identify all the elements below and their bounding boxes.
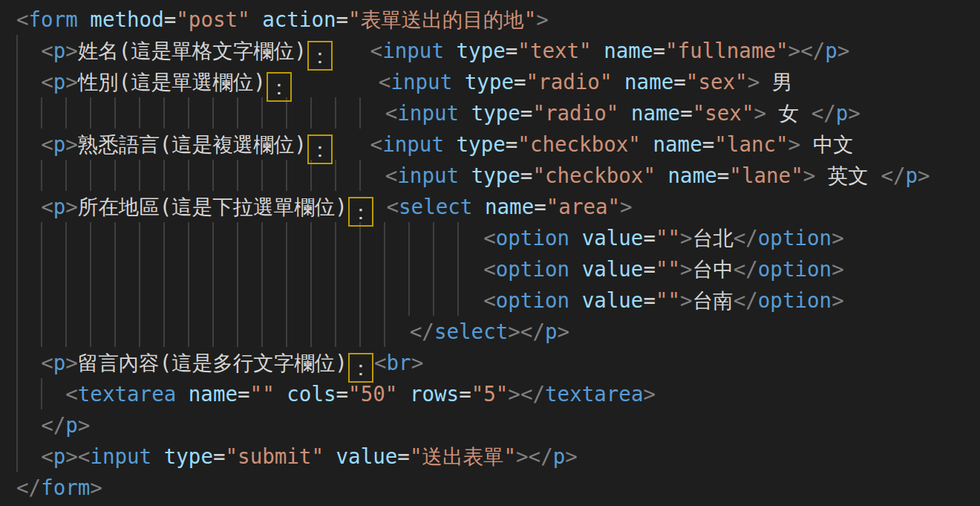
tag-token: p	[825, 39, 837, 62]
tag-token: textarea	[545, 382, 643, 406]
operator-token: =	[397, 444, 410, 468]
tag-token: option	[496, 288, 569, 312]
operator-token: =	[643, 288, 656, 312]
code-text: <form method="post" action="表單送出的目的地">	[16, 7, 549, 31]
tag-token: p	[553, 444, 566, 468]
operator-token: =	[520, 163, 533, 187]
code-text: <input type="radio" name="sex"> 女 </p>	[16, 101, 860, 125]
text-token: 台南	[693, 288, 734, 312]
whitespace	[569, 288, 582, 312]
whitespace	[16, 195, 41, 218]
delimiter-token: >	[565, 444, 578, 468]
code-text: <p>所在地區(這是下拉選單欄位)： <select name="area">	[16, 195, 633, 218]
whitespace	[641, 132, 653, 156]
delimiter-token: <	[41, 132, 53, 156]
tag-token: input	[382, 39, 444, 62]
code-line[interactable]: <p>所在地區(這是下拉選單欄位)： <select name="area">	[16, 191, 980, 222]
code-line[interactable]: <p>姓名(這是單格文字欄位)： <input type="text" name…	[16, 35, 980, 66]
tag-token: form	[29, 7, 78, 31]
text-token: 台北	[693, 226, 734, 250]
code-text: <textarea name="" cols="50" rows="5"></t…	[16, 382, 656, 406]
code-line[interactable]: <option value="">台中</option>	[16, 253, 980, 285]
code-text: </select></p>	[16, 320, 569, 343]
whitespace	[459, 101, 471, 125]
string-token: "sex"	[693, 101, 754, 125]
delimiter-token: <	[385, 101, 398, 125]
delimiter-token: >	[620, 195, 633, 218]
code-line[interactable]: <option value="">台南</option>	[16, 285, 980, 316]
code-text: <option value="">台中</option>	[16, 257, 844, 281]
operator-token: =	[336, 382, 349, 406]
code-editor[interactable]: <form method="post" action="表單送出的目的地"> <…	[0, 0, 980, 506]
attribute-token: name	[668, 163, 717, 187]
code-text: </form>	[16, 476, 102, 499]
tag-token: option	[758, 257, 832, 281]
string-token: "submit"	[226, 444, 324, 468]
delimiter-token: >	[832, 226, 844, 250]
whitespace	[16, 257, 483, 281]
whitespace	[374, 195, 387, 218]
string-token: "post"	[176, 7, 249, 31]
attribute-token: name	[189, 382, 238, 406]
attribute-token: value	[336, 444, 398, 468]
whitespace	[275, 382, 287, 406]
code-line[interactable]: <p><input type="submit" value="送出表單"></p…	[16, 441, 980, 472]
attribute-token: action	[262, 7, 336, 31]
tag-token: p	[53, 444, 66, 468]
code-line[interactable]: <p>性別(這是單選欄位)： <input type="radio" name=…	[16, 66, 980, 97]
attribute-token: type	[457, 39, 506, 62]
delimiter-token: >	[65, 39, 78, 62]
code-text: <input type="checkbox" name="lane"> 英文 <…	[16, 163, 930, 187]
delimiter-token: </	[734, 288, 758, 312]
delimiter-token: >	[788, 132, 801, 156]
code-line[interactable]: <textarea name="" cols="50" rows="5"></t…	[16, 378, 980, 409]
delimiter-token: >	[65, 195, 78, 218]
code-line[interactable]: <input type="radio" name="sex"> 女 </p>	[16, 97, 980, 129]
delimiter-token: >	[837, 39, 850, 62]
whitespace	[16, 163, 385, 187]
whitespace	[16, 288, 483, 312]
tag-token: p	[53, 70, 66, 94]
delimiter-token: <	[41, 195, 53, 218]
code-line[interactable]: <p>熟悉語言(這是複選欄位)： <input type="checkbox" …	[16, 129, 980, 160]
string-token: "fullname"	[665, 39, 788, 62]
string-token: "送出表單"	[410, 444, 516, 468]
operator-token: =	[506, 39, 518, 62]
delimiter-token: >	[536, 7, 549, 31]
attribute-token: method	[90, 7, 163, 31]
tag-token: p	[53, 195, 66, 218]
whitespace	[333, 132, 370, 156]
code-line[interactable]: <p>留言內容(這是多行文字欄位)：<br>	[16, 347, 980, 378]
text-token: 姓名(這是單格文字欄位)	[78, 39, 307, 62]
string-token: "5"	[471, 382, 509, 406]
code-line[interactable]: <option value="">台北</option>	[16, 222, 980, 253]
code-line[interactable]: <form method="post" action="表單送出的目的地">	[16, 4, 980, 35]
whitespace	[16, 444, 41, 468]
unicode-highlight-box: ：	[309, 136, 331, 163]
string-token: "lane"	[729, 163, 803, 187]
code-line[interactable]: </select></p>	[16, 316, 980, 347]
delimiter-token: </	[811, 101, 836, 125]
string-token: "sex"	[686, 70, 748, 94]
delimiter-token: </	[734, 226, 758, 250]
string-token: "area"	[546, 195, 620, 218]
code-line[interactable]: <input type="checkbox" name="lane"> 英文 <…	[16, 160, 980, 191]
code-line[interactable]: </p>	[16, 409, 980, 441]
delimiter-token: </	[734, 257, 758, 281]
operator-token: =	[702, 132, 715, 156]
whitespace	[16, 351, 41, 374]
delimiter-token: >	[803, 163, 816, 187]
string-token: "checkbox"	[517, 132, 641, 156]
tag-token: option	[496, 226, 569, 250]
operator-token: =	[680, 101, 693, 125]
attribute-token: rows	[410, 382, 459, 406]
unicode-highlight-box: ：	[350, 354, 372, 381]
string-token: ""	[656, 226, 680, 250]
tag-token: option	[758, 226, 832, 250]
delimiter-token: <	[41, 39, 53, 62]
code-line[interactable]: </form>	[16, 472, 980, 503]
attribute-token: name	[604, 39, 653, 62]
tag-token: option	[496, 257, 569, 281]
whitespace	[569, 257, 582, 281]
delimiter-token: >	[411, 351, 424, 374]
